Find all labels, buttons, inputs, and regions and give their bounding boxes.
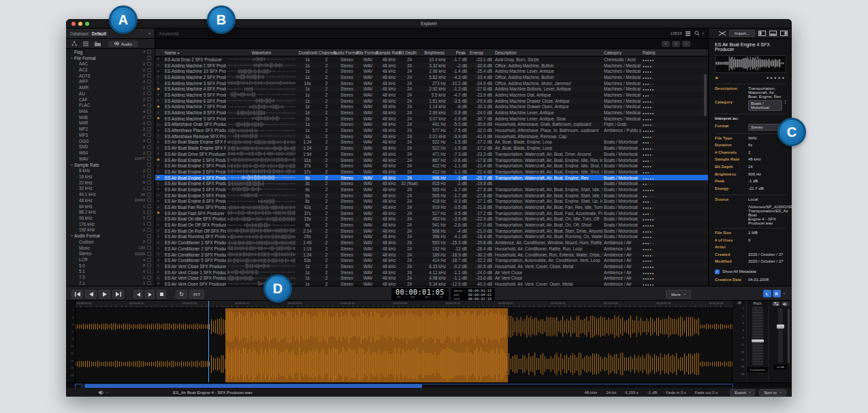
cell-rating[interactable]: ●●●●● <box>641 222 689 227</box>
filter-tree-row[interactable]: MP3 4 <box>66 132 155 138</box>
cell-rating[interactable]: ●●●●● <box>641 229 689 233</box>
checkbox-checked-icon[interactable]: ✓ <box>715 269 720 274</box>
filter-checkbox[interactable] <box>147 73 151 78</box>
filter-tree-row[interactable]: Flag 4 <box>66 49 155 55</box>
table-row[interactable]: ⚑ ES Air Boat Engine 1 SFX Producer 31s … <box>155 157 708 163</box>
filter-tree-row[interactable]: M4B 2 <box>66 114 155 120</box>
cell-rating[interactable]: ●●●●● <box>641 158 689 163</box>
flag-icon[interactable]: ⚑ <box>155 276 163 280</box>
filter-checkbox[interactable] <box>147 246 151 250</box>
rating-stars[interactable]: ★★★★★ <box>766 76 786 80</box>
field-value[interactable]: 906 Hz <box>748 172 784 176</box>
filter-checkbox[interactable] <box>147 252 151 256</box>
filter-checkbox[interactable] <box>147 210 151 214</box>
disclosure-chevron-icon[interactable]: ▾ <box>69 163 74 167</box>
search-options-chevron-icon[interactable]: ▾ <box>702 31 704 35</box>
skip-start-button[interactable] <box>71 290 83 299</box>
cell-rating[interactable]: ●●●●● <box>641 176 689 180</box>
flag-icon[interactable]: ⚑ <box>155 264 163 268</box>
filter-checkbox[interactable] <box>147 62 151 66</box>
filter-tree-row[interactable]: M4R 2 <box>66 120 155 127</box>
cell-rating[interactable]: ●●●●● <box>641 193 689 198</box>
filter-tree-row[interactable]: 176 kHz 1 <box>66 221 155 227</box>
filter-checkbox[interactable] <box>147 133 151 137</box>
cell-rating[interactable]: ●●●●● <box>641 110 689 115</box>
filter-checkbox[interactable] <box>147 86 151 90</box>
stepper-icon[interactable]: ▴▾ <box>784 100 786 105</box>
table-row[interactable]: ⚑ ES Aftershave Remove SFX Producer 1s 2… <box>155 133 708 139</box>
field-value[interactable]: Transportation, Watercraft, Air, Boat, E… <box>748 86 784 99</box>
filter-tree-row[interactable]: SND 2 <box>66 144 155 150</box>
table-row[interactable]: ⚑ ES Air Boat Engine 2 SFX Producer 37s … <box>155 163 708 169</box>
field-value[interactable]: 48 kHz <box>748 157 784 161</box>
cell-rating[interactable]: ●●●●● <box>641 252 689 257</box>
filter-tree-row[interactable]: 7.1 1 <box>66 280 155 286</box>
table-scrollbar[interactable] <box>704 74 707 116</box>
table-row[interactable]: ⚑ ES Air Boat Fast SFX Producer 37s 2 St… <box>155 210 708 216</box>
filter-checkbox[interactable] <box>147 234 151 238</box>
table-row[interactable]: ⚑ ES Adding Machine 5 SFX Producer 1s 2 … <box>155 92 708 98</box>
filter-checkbox[interactable] <box>147 186 151 191</box>
field-value[interactable]: Local <box>748 197 784 201</box>
disclosure-chevron-icon[interactable]: ▾ <box>69 56 74 60</box>
cell-rating[interactable]: ●●●●● <box>641 57 689 62</box>
column-header[interactable]: Description <box>494 50 602 55</box>
table-row[interactable]: ⚑ ES Air Conditioner 1 SFX Producer 1:49… <box>155 239 708 246</box>
speaker-icon[interactable] <box>782 301 790 306</box>
table-row[interactable]: ⚑ ES Air Boat Blade Engine SFX Producer … <box>155 145 708 151</box>
field-value[interactable]: -1 dB <box>748 179 784 183</box>
flag-icon[interactable]: ⚑ <box>155 164 163 168</box>
filter-tree-row[interactable]: MP2 2 <box>66 126 155 132</box>
cell-rating[interactable]: ●●●●● <box>641 270 689 275</box>
filter-tree-row[interactable]: AAC 2 <box>66 61 155 67</box>
cell-rating[interactable]: ●●●●● <box>641 93 689 97</box>
chevron-down-icon[interactable]: ▾ <box>784 292 785 295</box>
flag-icon[interactable]: ⚑ <box>155 176 163 180</box>
import-button[interactable]: Import... <box>729 30 755 37</box>
flag-icon[interactable]: ⚑ <box>155 81 163 85</box>
filter-tree-row[interactable]: 192 kHz 2 <box>66 227 155 233</box>
filter-checkbox[interactable] <box>147 276 151 280</box>
table-row[interactable]: ⚑ ES Adding Machine 9 SFX Producer 2s 2 … <box>155 116 708 122</box>
table-row[interactable]: ⚑ ES Air Boat Blade Engine SFX Producer … <box>155 139 708 146</box>
cell-rating[interactable]: ●●●●● <box>641 181 689 186</box>
field-value[interactable]: 2 <box>748 150 784 154</box>
filter-checkbox[interactable] <box>147 193 151 197</box>
column-header[interactable]: Brightness <box>423 50 447 55</box>
table-row[interactable]: ⚑ ES Air Boat On Idle SFX Producer 15s 2… <box>155 216 708 222</box>
stop-button[interactable] <box>157 290 166 299</box>
waveform-canvas[interactable]: 00:00:00:0000:00:00:1500:00:01:0000:00:0… <box>75 301 733 382</box>
loop-button[interactable]: ↻ <box>176 290 187 299</box>
flag-icon[interactable]: ⚑ <box>155 270 163 274</box>
cell-rating[interactable]: ●●●●● <box>641 258 689 263</box>
filter-tree-row[interactable]: 8 kHz 2 <box>66 167 155 174</box>
view-preset-button[interactable]: A <box>662 41 670 47</box>
column-header[interactable]: Bit Depth <box>398 50 419 55</box>
column-header[interactable]: Category <box>602 50 641 55</box>
cell-rating[interactable]: ●●●●● <box>641 69 689 73</box>
flag-icon[interactable]: ⚑ <box>155 140 163 144</box>
filter-tree-row[interactable]: ▾ Sample Rate <box>66 162 155 168</box>
tab-audio[interactable]: Audio <box>108 41 138 47</box>
cell-rating[interactable]: ●●●●● <box>641 205 689 210</box>
filter-tree-row[interactable]: AIFF 4 <box>66 79 155 85</box>
filter-tree-row[interactable]: M4A 4 <box>66 108 155 114</box>
flag-icon[interactable]: ⚑ <box>155 87 163 91</box>
cell-rating[interactable]: ●●●●● <box>641 128 689 133</box>
view-preset-button[interactable]: C <box>682 41 690 47</box>
flag-icon[interactable]: ⚑ <box>155 134 163 138</box>
cell-rating[interactable]: ●●●●● <box>641 163 689 168</box>
flag-icon[interactable]: ⚑ <box>155 235 163 239</box>
cell-rating[interactable]: ●●●●● <box>641 116 689 121</box>
flag-icon[interactable]: ⚑ <box>155 229 163 233</box>
table-row[interactable]: ⚑ ES Adding Machine 8 SFX Producer 1s 2 … <box>155 110 708 116</box>
step-back-button[interactable] <box>85 290 97 299</box>
flag-icon[interactable]: ⚑ <box>155 217 163 221</box>
flag-icon[interactable]: ⚑ <box>155 252 163 257</box>
table-row[interactable]: ⚑ ES Air Boat Running SFX Producer 29s 2… <box>155 234 708 240</box>
flag-icon[interactable]: ⚑ <box>155 169 163 174</box>
filter-tree-row[interactable]: 64 kHz 1 <box>66 203 155 210</box>
more-button[interactable]: More ▾ <box>666 290 691 299</box>
filter-tree-row[interactable]: 22 kHz 6 <box>66 180 155 186</box>
filter-checkbox[interactable] <box>147 269 151 274</box>
